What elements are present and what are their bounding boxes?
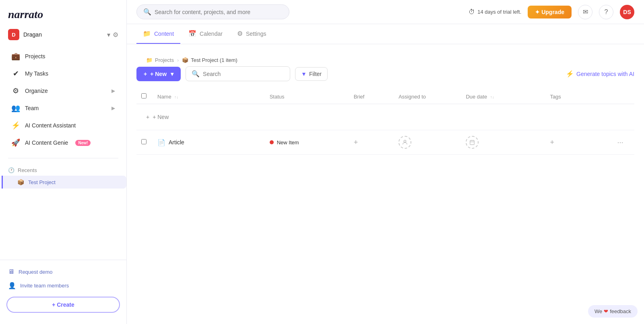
topbar-search[interactable]: 🔍 — [136, 4, 289, 19]
add-tag-button[interactable]: + — [550, 138, 554, 147]
request-demo-item[interactable]: 🖥 Request demo — [0, 265, 126, 279]
create-button[interactable]: + Create — [6, 297, 120, 313]
row-tags-cell[interactable]: + — [545, 130, 612, 155]
row-checkbox[interactable] — [141, 139, 147, 144]
recents-label: 🕐 Recents — [0, 165, 126, 176]
invite-team-item[interactable]: 👤 Invite team members — [0, 279, 126, 293]
filter-label: Filter — [309, 71, 322, 77]
topbar-search-input[interactable] — [155, 9, 283, 15]
add-new-label: + New — [153, 114, 169, 120]
col-check — [136, 89, 153, 104]
sidebar-item-team[interactable]: 👥 Team ▶ — [3, 100, 123, 117]
tasks-icon: ✔ — [11, 69, 20, 78]
sidebar-item-label: AI Content Genie — [25, 139, 68, 146]
trial-text: 14 days of trial left. — [477, 9, 521, 15]
lightning-icon: ⚡ — [11, 121, 20, 130]
heart-icon: ❤ — [604, 308, 608, 314]
generate-label: Generate topics with AI — [576, 71, 634, 77]
svg-rect-1 — [470, 140, 475, 145]
project-box-icon: 📦 — [182, 57, 188, 63]
row-actions-cell: ··· — [613, 130, 634, 155]
upgrade-button[interactable]: ✦ Upgrade — [528, 6, 572, 18]
sidebar-item-organize[interactable]: ⚙ Organize ▶ — [3, 82, 123, 99]
feedback-we-text: We — [594, 308, 602, 314]
item-name-container: 📄 Article — [157, 139, 260, 146]
recent-item-test-project[interactable]: 📦 Test Project — [2, 176, 126, 189]
more-options-button[interactable]: ··· — [617, 138, 623, 147]
add-brief-button[interactable]: + — [354, 138, 358, 147]
app-logo: narrato — [8, 8, 43, 21]
timer-icon: ⏱ — [469, 8, 475, 16]
table-header-row: Name ↑↓ Status Brief Assigned to Due dat… — [136, 89, 634, 104]
breadcrumb-current: 📦 Test Project (1 item) — [182, 57, 237, 63]
row-due-cell[interactable] — [461, 130, 545, 155]
sidebar: narrato D Dragan ▾ ⚙ 💼 Projects ✔ My Tas… — [0, 0, 127, 324]
help-button[interactable]: ? — [599, 5, 613, 19]
sidebar-item-label: Projects — [25, 53, 45, 59]
user-dropdown-icon[interactable]: ▾ — [107, 31, 110, 39]
tab-content[interactable]: 📁 Content — [136, 24, 180, 44]
user-menu[interactable]: D Dragan ▾ ⚙ — [0, 25, 126, 44]
document-icon: 📄 — [157, 139, 165, 146]
sidebar-item-ai-genie[interactable]: 🚀 AI Content Genie New! — [3, 134, 123, 151]
project-icon: 📦 — [17, 179, 24, 185]
row-status-cell[interactable]: New Item — [265, 130, 349, 155]
sidebar-item-ai-assistant[interactable]: ⚡ AI Content Assistant — [3, 117, 123, 134]
col-header-brief: Brief — [349, 89, 394, 104]
new-badge: New! — [75, 140, 91, 146]
svg-point-0 — [404, 140, 406, 142]
col-header-due[interactable]: Due date ↑↓ — [461, 89, 545, 104]
settings-icon[interactable]: ⚙ — [113, 31, 118, 39]
filter-button[interactable]: ▼ Filter — [295, 67, 328, 81]
user-name: Dragan — [23, 31, 103, 38]
row-brief-cell[interactable]: + — [349, 130, 394, 155]
add-new-row[interactable]: + + New — [136, 104, 634, 130]
invite-icon: 👤 — [8, 282, 16, 289]
search-bar[interactable]: 🔍 — [186, 66, 290, 81]
row-name-cell: 📄 Article — [153, 130, 265, 155]
content-tabs: 📁 Content 📅 Calendar ⚙ Settings — [127, 24, 644, 44]
breadcrumb-projects-link[interactable]: 📁 Projects — [146, 57, 174, 63]
request-demo-label: Request demo — [19, 269, 53, 275]
recent-item-label: Test Project — [28, 179, 56, 185]
breadcrumb: 📁 Projects › 📦 Test Project (1 item) — [136, 51, 634, 66]
tab-calendar[interactable]: 📅 Calendar — [182, 24, 229, 44]
user-avatar-small: D — [8, 29, 19, 40]
user-icons: ▾ ⚙ — [107, 31, 118, 39]
sidebar-item-my-tasks[interactable]: ✔ My Tasks — [3, 65, 123, 82]
new-button[interactable]: + + New ▾ — [136, 67, 181, 81]
recents-section: 🕐 Recents 📦 Test Project — [0, 162, 126, 192]
user-avatar-top[interactable]: D S — [620, 5, 634, 19]
tab-settings[interactable]: ⚙ Settings — [231, 24, 273, 44]
row-assigned-cell[interactable] — [394, 130, 461, 155]
table-row: 📄 Article New Item + — [136, 130, 634, 155]
rocket-icon: 🚀 — [11, 138, 20, 147]
add-new-inline[interactable]: + + New — [141, 110, 630, 124]
sidebar-item-label: Team — [25, 105, 39, 111]
content-area: 📁 Projects › 📦 Test Project (1 item) + +… — [127, 44, 644, 324]
due-date-button[interactable] — [466, 136, 479, 149]
feedback-suffix-text: feedback — [610, 308, 631, 314]
mail-button[interactable]: ✉ — [578, 5, 592, 19]
search-icon: 🔍 — [192, 70, 200, 78]
plus-icon: + — [146, 114, 149, 120]
clock-icon: 🕐 — [8, 167, 14, 173]
sidebar-item-projects[interactable]: 💼 Projects — [3, 48, 123, 65]
topbar: 🔍 ⏱ 14 days of trial left. ✦ Upgrade ✉ ?… — [127, 0, 644, 24]
tab-label: Settings — [246, 31, 266, 37]
search-input[interactable] — [203, 71, 284, 77]
sort-due-icon: ↑↓ — [490, 95, 494, 99]
select-all-checkbox[interactable] — [141, 93, 147, 98]
chevron-right-icon: ▶ — [111, 105, 115, 111]
gear-icon: ⚙ — [237, 30, 243, 37]
feedback-button[interactable]: We ❤ feedback — [588, 305, 638, 318]
assign-button[interactable] — [398, 136, 411, 149]
sidebar-divider — [8, 158, 118, 158]
sort-name-icon: ↑↓ — [174, 95, 178, 99]
trial-info: ⏱ 14 days of trial left. — [469, 8, 521, 16]
main-content: 🔍 ⏱ 14 days of trial left. ✦ Upgrade ✉ ?… — [127, 0, 644, 324]
col-header-name[interactable]: Name ↑↓ — [153, 89, 265, 104]
filter-icon: ▼ — [301, 71, 307, 77]
item-name-label[interactable]: Article — [169, 139, 184, 146]
generate-ai-button[interactable]: ⚡ Generate topics with AI — [566, 70, 634, 78]
